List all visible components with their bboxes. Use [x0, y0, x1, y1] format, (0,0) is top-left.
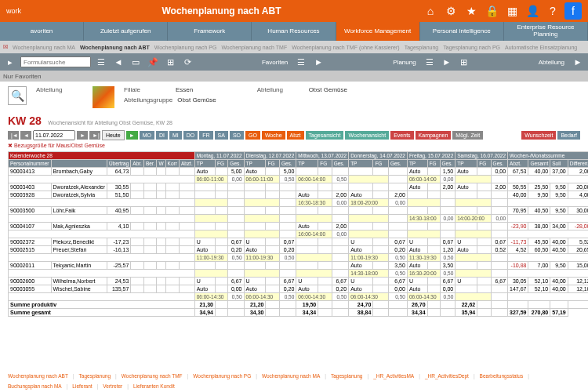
sub-tab-2[interactable]: Wochenplanung nach PG	[154, 45, 217, 50]
table-row[interactable]: 90003413Brombach,Gaby64,73Auto5,00Auto5,…	[9, 168, 589, 176]
first-button[interactable]: |◄	[8, 131, 19, 140]
next-button[interactable]: ►	[77, 131, 88, 140]
col-header	[51, 160, 107, 168]
list-icon[interactable]: ☰	[94, 55, 108, 69]
table-row[interactable]: 90002600Wilhelma,Norbert24,53U6,67U6,67U…	[9, 278, 589, 285]
day-MO[interactable]: MO	[140, 131, 154, 140]
footer-link-6[interactable]: _HR_ActivitiesMA	[373, 373, 414, 379]
day-MI[interactable]: MI	[169, 131, 182, 140]
abzt-button[interactable]: Abzt	[287, 131, 304, 140]
tages-button[interactable]: Tagesansicht	[306, 131, 344, 140]
table-row[interactable]: 90004107Mak,Agnieszka4,10Auto2,00-23,903…	[9, 223, 589, 230]
main-tab-0[interactable]: avoriten	[0, 22, 84, 41]
day-SO[interactable]: SO	[230, 131, 244, 140]
kw-header: KW 28 Wochenansicht für Abteilung Obst G…	[0, 113, 588, 129]
sub-tab-6[interactable]: Tagesplanung nach PG	[443, 45, 500, 50]
events-button[interactable]: Events	[390, 131, 413, 140]
back-icon[interactable]: ◄	[111, 55, 125, 69]
daycol-header: FG	[318, 160, 332, 168]
day-DO[interactable]: DO	[183, 131, 198, 140]
grid-icon[interactable]: ⊞	[163, 55, 177, 69]
table-row[interactable]: 90002515Preuer,Stefan-16,13Auto0,20Auto0…	[9, 246, 589, 254]
sub-tab-0[interactable]: Wochenplanung nach MA	[13, 45, 75, 50]
fwd-icon[interactable]: ►	[311, 55, 325, 69]
day-header: Montag, 11.07.2022	[194, 152, 244, 160]
footer-link-10[interactable]: Lieferant	[72, 383, 92, 389]
sub-tab-5[interactable]: Tagesplanung	[405, 45, 439, 50]
lock-icon[interactable]: 🔒	[483, 2, 500, 20]
footer-link-4[interactable]: Wochenplanung nach MA	[262, 373, 320, 379]
home-icon[interactable]: ⌂	[422, 2, 439, 20]
fwd2-icon[interactable]: ►	[440, 55, 454, 69]
sub-tab-7[interactable]: Automatische Einsatzplanung	[505, 45, 577, 50]
grid2-icon[interactable]: ⊞	[457, 55, 471, 69]
star-icon[interactable]: ★	[463, 2, 480, 20]
kamp-button[interactable]: Kampagnen	[416, 131, 452, 140]
fwd3-icon[interactable]: ►	[571, 55, 585, 69]
footer-link-1[interactable]: Tagesplanung	[79, 373, 111, 379]
sub-tab-1[interactable]: Wochenplanung nach ABT	[80, 45, 150, 50]
table-row[interactable]: 90002372Piekorz,Benedikt-17,23U0,67U0,67…	[9, 238, 589, 246]
user-icon[interactable]: 👤	[524, 2, 541, 20]
abtgrp-label: Abteilungsgruppe	[124, 96, 172, 103]
col-header: Personalnummer	[9, 160, 52, 168]
main-tab-5[interactable]: Personal intelligence	[420, 22, 504, 41]
list2-icon[interactable]: ☰	[294, 55, 308, 69]
main-tab-4[interactable]: Workforce Management	[336, 22, 420, 41]
help-icon[interactable]: ?	[544, 2, 561, 20]
calendar-icon[interactable]: ▦	[503, 2, 521, 20]
gear-icon[interactable]: ⚙	[442, 2, 459, 20]
kw-subtitle: Wochenansicht für Abteilung Obst Gemüse,…	[48, 120, 172, 125]
list3-icon[interactable]: ☰	[423, 55, 437, 69]
table-row[interactable]: 90003403Dworatzek,Alexander30,55Auto2,00…	[9, 183, 589, 191]
close-icon[interactable]: ☒	[3, 44, 8, 50]
footer-link-0[interactable]: Wochenplanung nach ABT	[8, 373, 68, 379]
table-row[interactable]: 90003055Wischel,Sabine135,57Auto0,00Auto…	[9, 285, 589, 293]
wunsch-button[interactable]: Wunschzeit	[521, 131, 556, 140]
footer-link-8[interactable]: Bearbeitungsstatus	[480, 373, 524, 379]
fav-toggle[interactable]: Nur Favoriten	[3, 73, 41, 80]
wochen-button[interactable]: Wochenansicht	[345, 131, 389, 140]
footer-link-7[interactable]: _HR_ActivitiesDept	[425, 373, 469, 379]
kw-title: KW 28	[8, 114, 42, 127]
main-tab-3[interactable]: Human Resources	[252, 22, 336, 41]
box-icon[interactable]: ▭	[129, 55, 143, 69]
table-subrow: 11:00-19:300,5011:00-19:300,5011:00-19:3…	[9, 254, 589, 262]
sub-tab-3[interactable]: Wochenplanung nach TMF	[221, 45, 287, 50]
woche-button[interactable]: Woche	[262, 131, 285, 140]
play-button[interactable]: ►	[126, 131, 138, 140]
main-tab-2[interactable]: Framework	[168, 22, 252, 41]
wkcol-header: Soll	[550, 160, 568, 168]
pin-icon[interactable]: 📌	[146, 55, 160, 69]
abt2-label: Abteilung	[257, 86, 304, 93]
refresh-icon[interactable]: ⟳	[180, 55, 194, 69]
footer-link-2[interactable]: Wochenplanung nach TMF	[122, 373, 183, 379]
mogl-button[interactable]: Mögl. Zeit	[452, 131, 483, 140]
table-row[interactable]: 90003500Löhr,Falk40,9570,9540,509,5030,0…	[9, 207, 589, 215]
heute-button[interactable]: Heute	[102, 130, 125, 140]
prev-button[interactable]: ◄	[20, 131, 31, 140]
day-DI[interactable]: DI	[156, 131, 168, 140]
main-tab-1[interactable]: Zuletzt aufgerufen	[84, 22, 168, 41]
search-icon[interactable]: 🔍	[8, 86, 27, 105]
day-header: Freitag, 15.07.2022	[407, 152, 455, 160]
footer-link-12[interactable]: Lieferanten Kondit	[133, 383, 175, 389]
table-row[interactable]: 90003928Dworatzek,Sylvia51,50Auto2,00Aut…	[9, 191, 589, 199]
main-tab-6[interactable]: Enterprise Resource Planning	[504, 22, 588, 41]
facebook-icon[interactable]: f	[564, 2, 582, 20]
date-input[interactable]	[33, 130, 75, 140]
footer-link-3[interactable]: Wochenplanung nach PG	[193, 373, 251, 379]
footer-link-11[interactable]: Vertreter	[103, 383, 122, 389]
go-button[interactable]: GO	[245, 131, 260, 140]
sub-tab-4[interactable]: Wochenplanung nach TMF (ohne Kassierer)	[292, 45, 399, 50]
day-SA[interactable]: SA	[215, 131, 228, 140]
table-row[interactable]: 90002011Tekyanic,Martin-25,57Auto3,50Aut…	[9, 262, 589, 270]
footer-link-9[interactable]: Buchungsplan nach MA	[8, 383, 62, 389]
day-FR[interactable]: FR	[199, 131, 212, 140]
footer-link-5[interactable]: Tagesplanung	[331, 373, 362, 379]
last-button[interactable]: ►|	[89, 131, 100, 140]
search-input[interactable]	[20, 56, 91, 67]
day-header: Mittwoch, 13.07.2022	[296, 152, 349, 160]
expand-icon[interactable]: ▸	[3, 55, 17, 69]
bedarf-button[interactable]: Bedarf	[557, 131, 580, 140]
